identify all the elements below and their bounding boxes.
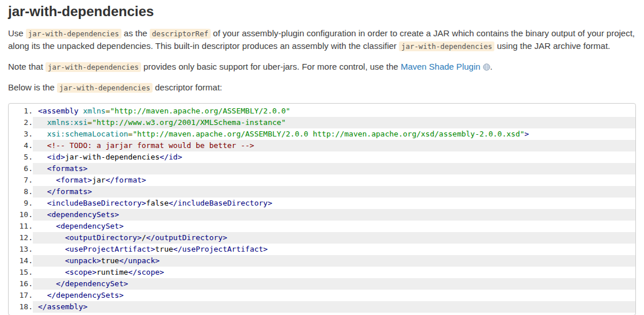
line-number: 4. <box>9 140 33 151</box>
code-line: 14. <unpack>true</unpack> <box>9 255 635 267</box>
code-line: 12. <outputDirectory>/</outputDirectory> <box>9 232 635 244</box>
line-number: 14. <box>9 255 33 267</box>
code-line: 9. <includeBaseDirectory>false</includeB… <box>9 198 635 209</box>
code-line: 4. <!-- TODO: a jarjar format would be b… <box>9 140 635 151</box>
globe-icon[interactable] <box>483 63 490 71</box>
code-line: 11. <dependencySet> <box>9 221 635 232</box>
paragraph-area: Use jar-with-dependencies as the descrip… <box>8 27 636 94</box>
code-line-content: </dependencySet> <box>33 278 635 290</box>
page-title: jar-with-dependencies <box>8 4 636 19</box>
inline-code: jar-with-dependencies <box>45 62 141 72</box>
code-line: 18.</assembly> <box>9 301 635 313</box>
line-number: 16. <box>9 278 33 290</box>
code-line: 8. </formats> <box>9 186 635 198</box>
code-line: 17. </dependencySets> <box>9 290 635 301</box>
line-number: 10. <box>9 209 33 221</box>
code-line-content: <includeBaseDirectory>false</includeBase… <box>33 198 635 209</box>
line-number: 6. <box>9 163 33 174</box>
code-line-content: <useProjectArtifact>true</useProjectArti… <box>33 244 635 255</box>
code-line: 13. <useProjectArtifact>true</useProject… <box>9 244 635 255</box>
code-line-content: <id>jar-with-dependencies</id> <box>33 151 635 163</box>
inline-code: jar-with-dependencies <box>57 83 153 93</box>
code-line-content: <outputDirectory>/</outputDirectory> <box>33 232 635 244</box>
code-line: 6. <formats> <box>9 163 635 174</box>
code-line: 16. </dependencySet> <box>9 278 635 290</box>
line-number: 12. <box>9 232 33 244</box>
line-number: 3. <box>9 128 33 140</box>
line-number: 7. <box>9 174 33 186</box>
line-number: 5. <box>9 151 33 163</box>
line-number: 9. <box>9 198 33 209</box>
code-line-content: <formats> <box>33 163 635 174</box>
code-line-content: </assembly> <box>33 301 635 313</box>
code-line-content: xmlns:xsi="http://www.w3.org/2001/XMLSch… <box>33 117 635 128</box>
inline-code: jar-with-dependencies <box>399 41 494 51</box>
line-number: 15. <box>9 267 33 278</box>
inline-code: descriptorRef <box>150 29 211 39</box>
paragraph: Below is the jar-with-dependencies descr… <box>8 81 636 94</box>
line-number: 8. <box>9 186 33 198</box>
doc-content: jar-with-dependencies Use jar-with-depen… <box>0 4 644 315</box>
code-line: 3. xsi:schemaLocation="http://maven.apac… <box>9 128 635 140</box>
code-line-content: <scope>runtime</scope> <box>33 267 635 278</box>
line-number: 13. <box>9 244 33 255</box>
code-line: 10. <dependencySets> <box>9 209 635 221</box>
code-line-content: xsi:schemaLocation="http://maven.apache.… <box>33 128 635 140</box>
code-line-content: <format>jar</format> <box>33 174 635 186</box>
code-line-content: <dependencySets> <box>33 209 635 221</box>
code-line-content: <!-- TODO: a jarjar format would be bett… <box>33 140 635 151</box>
line-number: 2. <box>9 117 33 128</box>
code-line-content: <unpack>true</unpack> <box>33 255 635 267</box>
line-number: 18. <box>9 301 33 313</box>
inline-code: jar-with-dependencies <box>26 29 121 39</box>
code-line: 5. <id>jar-with-dependencies</id> <box>9 151 635 163</box>
line-number: 11. <box>9 221 33 232</box>
code-line: 7. <format>jar</format> <box>9 174 635 186</box>
paragraph: Note that jar-with-dependencies provides… <box>8 60 636 73</box>
code-line: 2. xmlns:xsi="http://www.w3.org/2001/XML… <box>9 117 635 128</box>
code-line-content: <dependencySet> <box>33 221 635 232</box>
paragraph: Use jar-with-dependencies as the descrip… <box>8 27 636 52</box>
code-line: 1.<assembly xmlns="http://maven.apache.o… <box>9 105 635 117</box>
code-line: 15. <scope>runtime</scope> <box>9 267 635 278</box>
line-number: 1. <box>9 105 33 117</box>
maven-shade-plugin-link[interactable]: Maven Shade Plugin <box>401 62 480 71</box>
code-line-content: </dependencySets> <box>33 290 635 301</box>
line-number: 17. <box>9 290 33 301</box>
code-line-content: <assembly xmlns="http://maven.apache.org… <box>33 105 635 117</box>
code-line-content: </formats> <box>33 186 635 198</box>
code-block: 1.<assembly xmlns="http://maven.apache.o… <box>8 103 636 315</box>
